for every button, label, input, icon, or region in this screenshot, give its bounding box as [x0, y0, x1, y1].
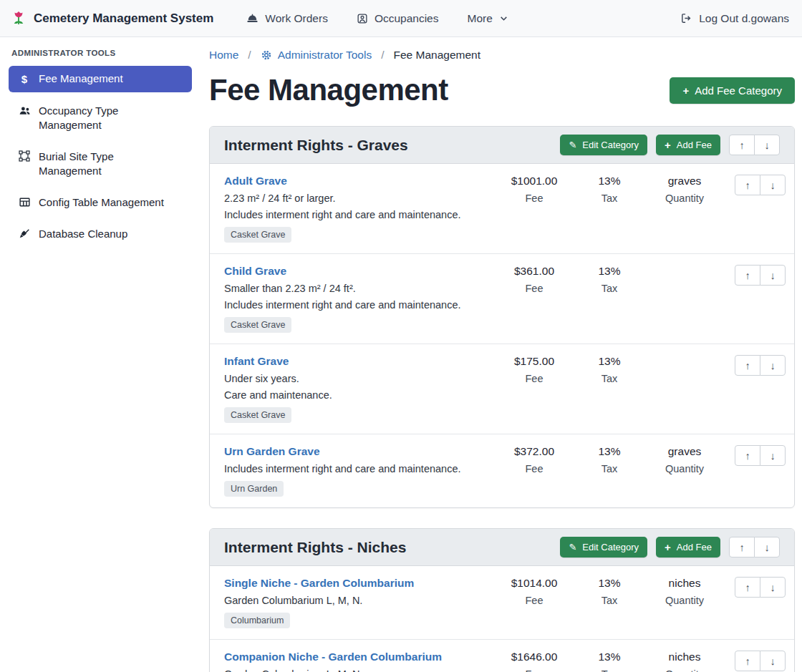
fee-quantity-label — [645, 373, 724, 385]
fee-descriptions: Smaller than 2.23 m² / 24 ft².Includes i… — [224, 283, 495, 311]
fee-descriptions: 2.23 m² / 24 ft² or larger.Includes inte… — [224, 193, 495, 220]
move-fee-up-button[interactable]: ↑ — [735, 445, 760, 466]
fee-amount-label: Fee — [495, 193, 574, 205]
category-title: Interment Rights - Niches — [224, 539, 406, 556]
arrow-down-icon: ↓ — [770, 450, 775, 462]
fee-quantity-label: Quantity — [645, 668, 724, 672]
fee-quantity: graves — [645, 175, 724, 188]
fee-reorder-group: ↑ ↓ — [735, 265, 786, 286]
add-fee-button[interactable]: + Add Fee — [656, 537, 720, 557]
arrow-down-icon: ↓ — [770, 582, 775, 593]
sidebar-item-label: Fee Management — [39, 72, 123, 86]
move-category-up-button[interactable]: ↑ — [729, 537, 755, 557]
fee-tax: 13% — [574, 577, 645, 590]
move-fee-down-button[interactable]: ↓ — [760, 265, 786, 286]
page-title: Fee Management — [209, 73, 448, 107]
fee-name-link[interactable]: Adult Grave — [224, 175, 287, 188]
top-navbar: Cemetery Management System Work Orders O… — [0, 0, 802, 37]
move-fee-down-button[interactable]: ↓ — [760, 445, 786, 466]
fee-amount-column: $1001.00 Fee — [495, 175, 574, 205]
users-icon — [17, 104, 32, 117]
fee-name-link[interactable]: Urn Garden Grave — [224, 445, 320, 458]
move-category-down-button[interactable]: ↓ — [754, 135, 780, 155]
nav-more[interactable]: More — [468, 12, 508, 25]
fee-amount: $1646.00 — [495, 651, 574, 664]
nav-label: More — [468, 12, 493, 25]
fee-amount: $175.00 — [495, 355, 574, 369]
fee-descriptions: Garden Columbarium L, M, N. — [224, 668, 495, 672]
fee-amount-label: Fee — [495, 373, 574, 385]
move-fee-up-button[interactable]: ↑ — [735, 175, 760, 195]
fee-quantity-label: Quantity — [645, 463, 724, 475]
fee-tax: 13% — [574, 265, 645, 278]
breadcrumb-admin-tools[interactable]: Administrator Tools — [261, 49, 372, 62]
fee-amount-column: $1014.00 Fee — [495, 577, 574, 607]
fee-amount-label: Fee — [495, 463, 574, 475]
breadcrumb-current: Fee Management — [394, 49, 481, 62]
move-fee-down-button[interactable]: ↓ — [760, 577, 786, 598]
move-fee-up-button[interactable]: ↑ — [735, 355, 760, 376]
fee-info: Companion Niche - Garden Columbarium Gar… — [224, 651, 495, 672]
sidebar-item-fee-management[interactable]: $Fee Management — [9, 66, 192, 92]
fee-info: Single Niche - Garden Columbarium Garden… — [224, 577, 495, 628]
button-label: Add Fee Category — [695, 84, 782, 97]
sidebar-item-database-cleanup[interactable]: Database Cleanup — [9, 221, 192, 247]
arrow-down-icon: ↓ — [764, 542, 769, 553]
nav-work-orders[interactable]: Work Orders — [246, 12, 328, 25]
fee-tax-label: Tax — [574, 193, 645, 205]
move-category-up-button[interactable]: ↑ — [729, 135, 755, 155]
hard-hat-icon — [246, 12, 259, 24]
arrow-up-icon: ↑ — [745, 270, 750, 281]
edit-category-button[interactable]: ✎ Edit Category — [560, 537, 647, 557]
fee-quantity-label: Quantity — [645, 193, 724, 205]
fee-category-card: Interment Rights - Niches ✎ Edit Categor… — [209, 528, 795, 672]
fee-reorder: ↑ ↓ — [724, 265, 787, 286]
fee-type-badge: Casket Grave — [224, 407, 291, 423]
move-fee-down-button[interactable]: ↓ — [760, 175, 786, 195]
fee-tax-label: Tax — [574, 463, 645, 475]
category-reorder-group: ↑ ↓ — [729, 537, 780, 557]
add-fee-category-button[interactable]: + Add Fee Category — [670, 77, 795, 104]
pencil-icon: ✎ — [569, 542, 576, 552]
breadcrumb-separator: / — [381, 49, 384, 62]
sidebar-item-occupancy-type-management[interactable]: Occupancy Type Management — [9, 98, 192, 138]
move-fee-up-button[interactable]: ↑ — [735, 577, 760, 598]
sidebar-item-label: Database Cleanup — [39, 227, 127, 241]
sidebar-item-burial-site-type-management[interactable]: Burial Site Type Management — [9, 144, 192, 184]
fee-type-badge: Casket Grave — [224, 317, 291, 333]
sidebar-item-config-table-management[interactable]: Config Table Management — [9, 190, 192, 215]
fee-name-link[interactable]: Single Niche - Garden Columbarium — [224, 577, 414, 590]
arrow-up-icon: ↑ — [739, 140, 744, 151]
main-nav: Work Orders Occupancies More — [246, 12, 508, 25]
add-fee-button[interactable]: + Add Fee — [656, 135, 720, 155]
nav-occupancies[interactable]: Occupancies — [357, 12, 439, 25]
category-actions: ✎ Edit Category + Add Fee ↑ ↓ — [560, 537, 780, 557]
fee-category-card: Interment Rights - Graves ✎ Edit Categor… — [209, 126, 795, 508]
fee-name-link[interactable]: Infant Grave — [224, 355, 289, 368]
fee-tax: 13% — [574, 355, 645, 369]
app-brand[interactable]: Cemetery Management System — [10, 10, 213, 27]
button-label: Add Fee — [677, 140, 712, 150]
move-fee-down-button[interactable]: ↓ — [760, 651, 786, 671]
arrow-down-icon: ↓ — [770, 180, 775, 191]
sidebar-item-label: Burial Site Type Management — [39, 150, 168, 178]
fee-tax-column: 13% Tax — [574, 265, 645, 295]
sidebar: ADMINISTRATOR TOOLS $Fee ManagementOccup… — [0, 37, 200, 672]
fee-amount-label: Fee — [495, 595, 574, 607]
move-category-down-button[interactable]: ↓ — [754, 537, 780, 557]
fee-row: Single Niche - Garden Columbarium Garden… — [210, 566, 794, 640]
breadcrumb-home[interactable]: Home — [209, 49, 238, 62]
nav-label: Occupancies — [375, 12, 439, 25]
edit-category-button[interactable]: ✎ Edit Category — [560, 135, 647, 155]
move-fee-down-button[interactable]: ↓ — [760, 355, 786, 376]
fee-name-link[interactable]: Child Grave — [224, 265, 286, 278]
fee-info: Urn Garden Grave Includes interment righ… — [224, 445, 495, 497]
move-fee-up-button[interactable]: ↑ — [735, 265, 760, 286]
sidebar-heading: ADMINISTRATOR TOOLS — [11, 49, 189, 57]
fee-amount-label: Fee — [495, 668, 574, 672]
fee-tax-column: 13% Tax — [574, 175, 645, 205]
move-fee-up-button[interactable]: ↑ — [735, 651, 760, 671]
fee-quantity-column: graves Quantity — [645, 175, 724, 205]
logout-button[interactable]: Log Out d.gowans — [680, 12, 789, 25]
fee-name-link[interactable]: Companion Niche - Garden Columbarium — [224, 651, 442, 663]
